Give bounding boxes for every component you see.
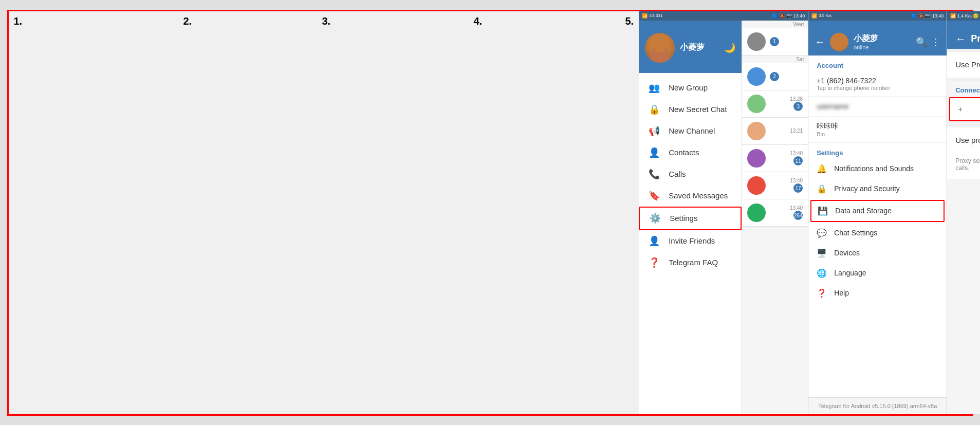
chat-item[interactable]: 13:40 17: [742, 172, 808, 199]
panel-2: 📶 3.5 K/s 🔵 🔕 📷 13:40 ← 小菱萝 online 🔍 ⋮: [808, 11, 947, 414]
header-actions: 🔍 ⋮: [916, 36, 940, 48]
setting-devices[interactable]: 🖥️ Devices: [808, 243, 947, 263]
notifications-icon: 🔔: [817, 164, 827, 174]
use-proxy-label: Use Proxy: [955, 60, 980, 69]
data-storage-label: Data and Storage: [835, 207, 892, 215]
sidebar: 小菱萝 🌙 👥 New Group 🔒: [639, 21, 742, 414]
chat-badge: 11: [793, 156, 803, 165]
secret-chat-icon: 🔒: [648, 104, 660, 115]
chat-badge: 3: [793, 102, 803, 111]
panel-3-header: ← Proxy Settings: [947, 21, 980, 49]
use-proxy-row: Use Proxy: [947, 52, 980, 78]
calls-icon: 📞: [648, 169, 660, 180]
search-icon[interactable]: 🔍: [916, 36, 927, 48]
menu-label-settings: Settings: [670, 214, 697, 223]
data-storage-icon: 💾: [818, 206, 828, 216]
chat-item[interactable]: 13:40 11: [742, 145, 808, 172]
chat-badge: 2: [770, 72, 779, 81]
setting-data-storage[interactable]: 💾 Data and Storage: [810, 200, 945, 222]
menu-item-contacts[interactable]: 👤 Contacts: [639, 142, 742, 163]
bio-label: Bio: [817, 131, 938, 137]
chat-item[interactable]: 13:28 3: [742, 90, 808, 118]
new-group-icon: 👥: [648, 82, 660, 94]
chat-item[interactable]: 13:21: [742, 118, 808, 145]
faq-icon: ❓: [648, 257, 660, 268]
settings-section-label: Settings: [808, 143, 947, 159]
menu-item-secret-chat[interactable]: 🔒 New Secret Chat: [639, 99, 742, 120]
header-avatar: [830, 33, 848, 51]
chat-avatar: [747, 95, 766, 113]
settings-icon: ⚙️: [649, 213, 661, 224]
account-phone-info: +1 (862) 846-7322 Tap to change phone nu…: [808, 71, 947, 97]
privacy-label: Privacy and Security: [834, 184, 900, 193]
step-label-2: 2.: [178, 11, 317, 414]
account-username-info: username: [808, 97, 947, 117]
menu-label-invite: Invite Friends: [669, 236, 715, 245]
status-bar-3: 📶 1.4 K/s 🙂 📶 🔕 14:40: [947, 11, 980, 21]
menu-list: 👥 New Group 🔒 New Secret Chat 📢 New Chan…: [639, 73, 742, 278]
version-footer: Telegram for Android v5.15.0 (1869) arm6…: [808, 397, 947, 414]
menu-item-new-channel[interactable]: 📢 New Channel: [639, 120, 742, 142]
back-button-3[interactable]: ←: [955, 33, 966, 45]
add-proxy-btn[interactable]: ＋ Add Proxy: [950, 98, 980, 120]
menu-label-saved: Saved Messages: [669, 191, 728, 200]
setting-chat[interactable]: 💬 Chat Settings: [808, 223, 947, 243]
menu-label-new-channel: New Channel: [669, 126, 715, 135]
panel-2-header: ← 小菱萝 online 🔍 ⋮: [808, 21, 947, 56]
bio-name: 咔咔咔: [817, 122, 938, 131]
back-button[interactable]: ←: [815, 36, 825, 48]
chat-avatar: [747, 67, 766, 86]
chat-badge: 17: [793, 183, 803, 193]
menu-label-contacts: Contacts: [669, 148, 699, 157]
step-label-3: 3.: [317, 11, 469, 414]
moon-icon: 🌙: [724, 42, 735, 53]
language-icon: 🌐: [817, 268, 827, 278]
avatar: [645, 33, 675, 63]
proxy-calls-hint: Proxy servers may degrade the quality of…: [947, 153, 980, 179]
proxy-calls-section: Use proxy for calls Proxy servers may de…: [947, 127, 980, 179]
menu-item-new-group[interactable]: 👥 New Group: [639, 77, 742, 99]
account-section-label: Account: [808, 56, 947, 71]
invite-icon: 👤: [648, 235, 660, 247]
help-label: Help: [834, 289, 849, 297]
setting-language[interactable]: 🌐 Language: [808, 263, 947, 283]
new-channel-icon: 📢: [648, 125, 660, 137]
connections-label: Connections: [947, 81, 980, 97]
menu-label-calls: Calls: [669, 170, 686, 178]
setting-help[interactable]: ❓ Help: [808, 283, 947, 303]
use-proxy-calls-row: Use proxy for calls: [947, 127, 980, 153]
chat-badge: 1: [770, 37, 779, 46]
panel-1: 📶 4G 331 🔵 🔕 📷 13:40: [639, 11, 808, 414]
setting-notifications[interactable]: 🔔 Notifications and Sounds: [808, 159, 947, 179]
setting-privacy[interactable]: 🔒 Privacy and Security: [808, 179, 947, 199]
date-sat: Sat: [742, 56, 808, 63]
saved-icon: 🔖: [648, 190, 660, 201]
user-name: 小菱萝: [680, 42, 705, 53]
chat-item[interactable]: 1: [742, 28, 808, 56]
add-proxy-container: ＋ Add Proxy: [949, 97, 980, 121]
add-proxy-plus-icon: ＋: [956, 104, 964, 114]
privacy-icon: 🔒: [817, 184, 827, 194]
menu-item-calls[interactable]: 📞 Calls: [639, 163, 742, 185]
menu-item-settings[interactable]: ⚙️ Settings: [639, 207, 742, 230]
more-icon[interactable]: ⋮: [931, 36, 940, 48]
chat-avatar: [747, 32, 766, 51]
use-proxy-calls-label: Use proxy for calls: [955, 136, 980, 144]
menu-item-faq[interactable]: ❓ Telegram FAQ: [639, 252, 742, 273]
menu-item-saved[interactable]: 🔖 Saved Messages: [639, 185, 742, 207]
status-bar-2: 📶 3.5 K/s 🔵 🔕 📷 13:40: [808, 11, 947, 21]
chat-item[interactable]: 13:40 264: [742, 199, 808, 227]
menu-label-faq: Telegram FAQ: [669, 258, 718, 267]
status-bar-1: 📶 4G 331 🔵 🔕 📷 13:40: [639, 11, 808, 21]
devices-label: Devices: [834, 249, 860, 257]
chat-avatar: [747, 122, 766, 140]
language-label: Language: [834, 269, 866, 277]
step-label-4: 4.: [469, 11, 620, 414]
menu-item-invite[interactable]: 👤 Invite Friends: [639, 230, 742, 252]
tap-change[interactable]: Tap to change phone number: [817, 85, 938, 91]
header-name: 小菱萝: [854, 33, 911, 44]
menu-label-new-group: New Group: [669, 83, 708, 92]
use-proxy-section: Use Proxy: [947, 52, 980, 78]
chat-avatar: [747, 149, 766, 168]
chat-item[interactable]: 2: [742, 63, 808, 90]
